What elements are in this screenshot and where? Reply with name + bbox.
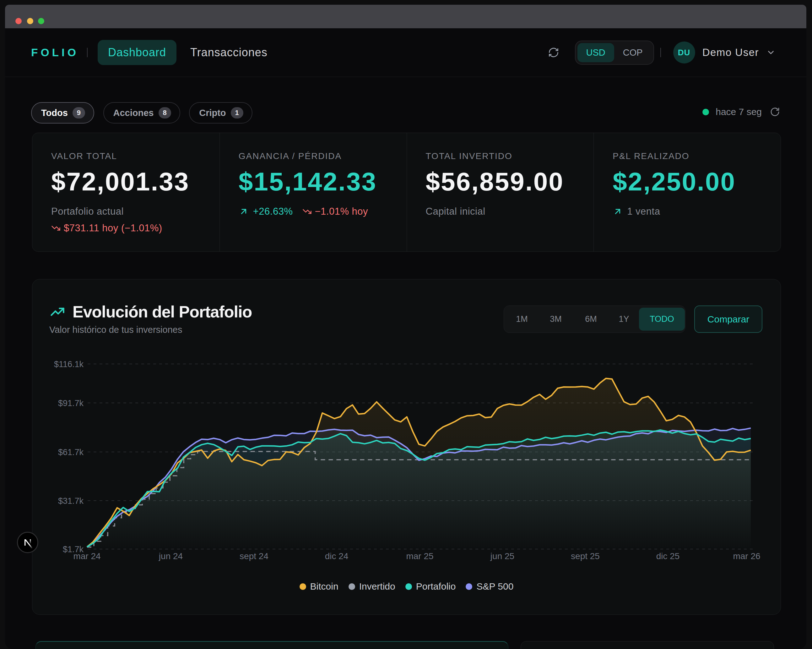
svg-text:dic 24: dic 24: [325, 551, 348, 561]
svg-text:$31.7k: $31.7k: [58, 496, 84, 506]
svg-text:$116.1k: $116.1k: [54, 360, 84, 369]
svg-text:mar 25: mar 25: [406, 551, 433, 561]
svg-text:$61.7k: $61.7k: [58, 447, 84, 457]
svg-text:$91.7k: $91.7k: [58, 398, 84, 408]
svg-text:jun 25: jun 25: [490, 551, 514, 561]
svg-text:mar 24: mar 24: [73, 551, 101, 561]
svg-text:dic 25: dic 25: [656, 551, 680, 561]
svg-text:sept 24: sept 24: [240, 551, 269, 561]
svg-text:mar 26: mar 26: [733, 551, 760, 561]
svg-text:jun 24: jun 24: [159, 551, 183, 561]
svg-text:sept 25: sept 25: [571, 551, 600, 561]
